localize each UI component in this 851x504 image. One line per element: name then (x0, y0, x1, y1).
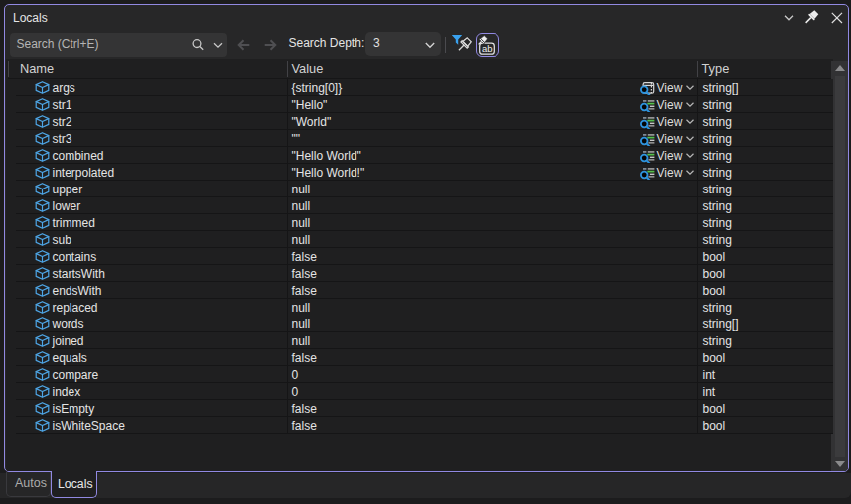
svg-text:ab: ab (482, 43, 493, 54)
